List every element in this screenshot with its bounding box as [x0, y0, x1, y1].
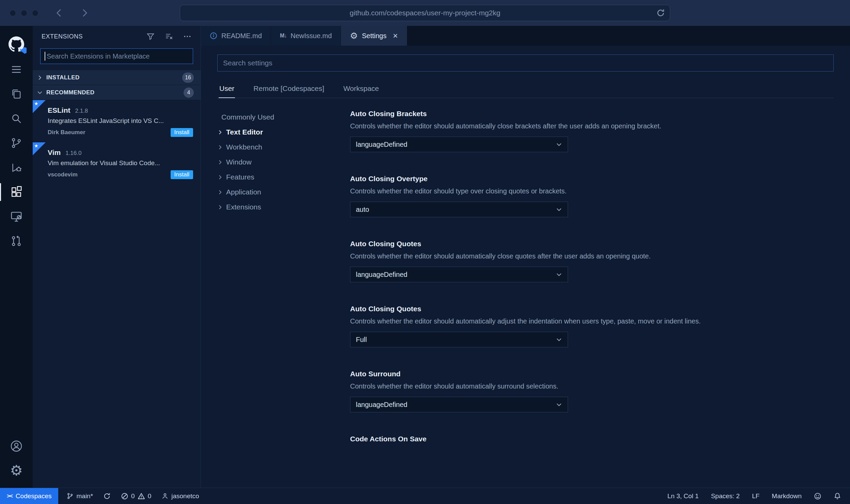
window-minimize-button[interactable] — [21, 10, 27, 16]
markdown-icon: M↓ — [280, 33, 286, 39]
settings-gear-button[interactable]: ⚙ — [0, 458, 33, 483]
clear-filter-icon[interactable] — [164, 32, 173, 41]
hamburger-menu-icon — [11, 64, 22, 75]
chevron-right-icon — [217, 129, 223, 135]
refresh-icon[interactable] — [656, 9, 665, 17]
toc-item-extensions[interactable]: Extensions — [217, 200, 330, 215]
settings-search-input[interactable] — [217, 54, 834, 72]
toc-item-workbench[interactable]: Workbench — [217, 140, 330, 155]
user-icon — [161, 492, 169, 500]
notifications-button[interactable] — [834, 492, 841, 500]
sync-button[interactable] — [103, 492, 111, 500]
chevron-right-icon — [37, 75, 43, 81]
section-installed[interactable]: INSTALLED 16 — [33, 70, 201, 85]
setting-title: Auto Closing Brackets — [350, 110, 834, 118]
install-button[interactable]: Install — [171, 170, 193, 179]
warnings-icon — [138, 492, 145, 500]
sidebar-item-pull-requests[interactable] — [0, 229, 33, 253]
window-close-button[interactable] — [10, 10, 16, 16]
extensions-icon — [10, 186, 23, 199]
search-icon — [10, 112, 22, 125]
indentation-indicator[interactable]: Spaces: 2 — [711, 492, 740, 500]
setting-description: Controls whether the editor should autom… — [350, 252, 834, 260]
chevron-right-icon — [217, 189, 223, 195]
branch-indicator[interactable]: main* — [66, 492, 93, 500]
sidebar-title: EXTENSIONS — [42, 33, 83, 40]
tab-label: README.md — [221, 32, 262, 40]
toc-item-text-editor[interactable]: Text Editor — [217, 125, 330, 140]
extension-version: 2.1.8 — [75, 108, 88, 114]
sidebar-item-explorer[interactable] — [0, 82, 33, 106]
chevron-right-icon — [217, 174, 223, 180]
toc-item-commonly-used[interactable]: Commonly Used — [217, 110, 330, 125]
user-indicator[interactable]: jasonetco — [161, 492, 199, 500]
section-recommended[interactable]: RECOMMENDED 4 — [33, 85, 201, 100]
bell-icon — [834, 492, 841, 500]
window-controls — [10, 10, 38, 16]
feedback-smiley-icon — [814, 492, 821, 500]
account-icon — [10, 439, 23, 453]
install-button[interactable]: Install — [171, 128, 193, 137]
problems-indicator[interactable]: 0 0 — [121, 492, 151, 500]
codespaces-status-button[interactable]: >< Codespaces — [0, 488, 58, 504]
info-icon — [210, 32, 217, 40]
tab-readme[interactable]: README.md — [201, 26, 271, 46]
chevron-down-icon — [556, 401, 562, 408]
cursor-position-indicator[interactable]: Ln 3, Col 1 — [667, 492, 699, 500]
sidebar-item-run-debug[interactable] — [0, 155, 33, 180]
filter-icon[interactable] — [146, 32, 155, 41]
sidebar-item-remote-explorer[interactable] — [0, 204, 33, 229]
sidebar-item-extensions[interactable] — [0, 180, 33, 204]
section-label: INSTALLED — [46, 74, 80, 81]
chevron-down-icon — [556, 271, 562, 278]
status-bar: >< Codespaces main* 0 0 jasonetco Ln 3, … — [0, 488, 850, 504]
extension-name: ESLint — [48, 106, 70, 114]
sidebar-item-search[interactable] — [0, 106, 33, 131]
language-mode-indicator[interactable]: Markdown — [772, 492, 802, 500]
extension-description: Vim emulation for Visual Studio Code... — [48, 159, 193, 167]
setting-title: Auto Surround — [350, 370, 834, 378]
setting-auto-closing-quotes: Auto Closing Quotes Controls whether the… — [350, 240, 834, 282]
feedback-button[interactable] — [814, 492, 821, 500]
tab-settings[interactable]: ⚙ Settings ✕ — [341, 26, 407, 46]
scope-tab-workspace[interactable]: Workspace — [343, 82, 380, 98]
tab-newissue[interactable]: M↓ NewIssue.md — [271, 26, 341, 46]
setting-dropdown[interactable]: languageDefined — [350, 397, 568, 412]
setting-title: Code Actions On Save — [350, 435, 834, 443]
scope-tab-user[interactable]: User — [219, 82, 235, 98]
scope-tab-remote[interactable]: Remote [Codespaces] — [253, 82, 325, 98]
more-actions-icon[interactable] — [183, 32, 192, 41]
toc-item-features[interactable]: Features — [217, 170, 330, 185]
window-maximize-button[interactable] — [32, 10, 38, 16]
section-label: RECOMMENDED — [46, 89, 94, 96]
dropdown-value: languageDefined — [356, 271, 407, 279]
address-bar[interactable]: github.com/codespaces/user-my-project-mg… — [180, 5, 670, 21]
setting-title: Auto Closing Overtype — [350, 175, 834, 183]
remote-explorer-icon — [10, 210, 23, 223]
close-icon[interactable]: ✕ — [393, 32, 398, 40]
setting-description: Controls whether the editor should autom… — [350, 122, 834, 130]
run-debug-icon — [10, 161, 22, 174]
menu-button[interactable] — [0, 57, 33, 82]
toc-item-application[interactable]: Application — [217, 185, 330, 200]
extension-item-eslint[interactable]: ★ ESLint 2.1.8 Integrates ESLint JavaScr… — [33, 100, 201, 142]
setting-dropdown[interactable]: auto — [350, 202, 568, 217]
setting-description: Controls whether the editor should autom… — [350, 317, 834, 325]
setting-dropdown[interactable]: languageDefined — [350, 137, 568, 152]
section-count-badge: 16 — [182, 73, 194, 83]
chevron-right-icon — [217, 144, 223, 150]
errors-icon — [121, 492, 128, 500]
extensions-search-input[interactable] — [40, 48, 193, 64]
extension-item-vim[interactable]: ★ Vim 1.16.0 Vim emulation for Visual St… — [33, 142, 201, 185]
toc-item-window[interactable]: Window — [217, 155, 330, 170]
browser-forward-icon[interactable] — [79, 8, 90, 18]
setting-dropdown[interactable]: languageDefined — [350, 267, 568, 282]
pull-request-icon — [10, 235, 22, 247]
browser-back-icon[interactable] — [54, 8, 64, 18]
tab-label: Settings — [362, 32, 387, 40]
eol-indicator[interactable]: LF — [752, 492, 759, 500]
setting-dropdown[interactable]: Full — [350, 332, 568, 347]
chevron-down-icon — [556, 141, 562, 148]
sidebar-item-source-control[interactable] — [0, 131, 33, 155]
account-button[interactable] — [0, 434, 33, 458]
